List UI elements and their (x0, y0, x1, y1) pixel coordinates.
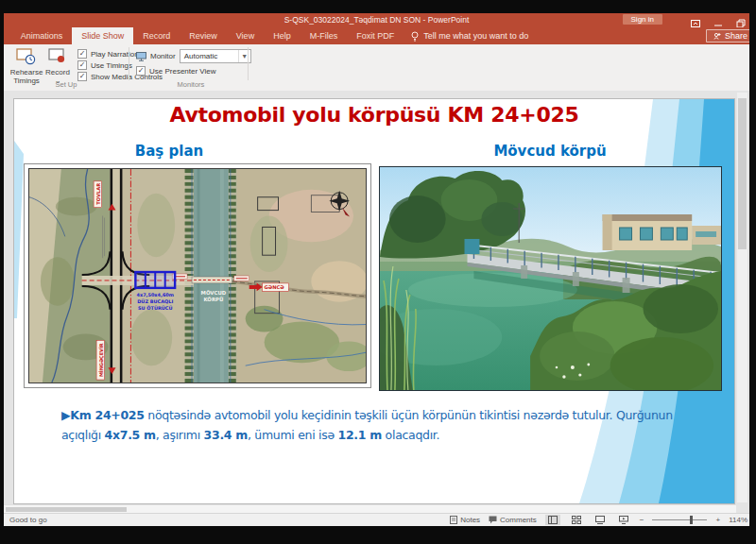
rehearse-timings-icon (8, 48, 45, 67)
slideshow-view-button[interactable] (616, 515, 631, 525)
tell-me-label: Tell me what you want to do (423, 31, 528, 41)
map-label-culvert-1: 4x7,50x4,60m (136, 292, 174, 298)
checkbox-checked-icon[interactable]: ✓ (77, 49, 87, 59)
horizontal-scrollbar-thumb[interactable] (6, 507, 127, 512)
group-separator-2 (248, 47, 249, 80)
body-text-line: açıqlığı 4x7.5 m, aşırımı 33.4 m, ümumi … (61, 425, 713, 445)
tab-slide-show[interactable]: Slide Show (72, 27, 133, 44)
notes-button[interactable]: Notes (450, 516, 480, 524)
body-text-run: , aşırımı (156, 428, 204, 442)
reading-view-icon (595, 516, 605, 524)
zoom-slider[interactable] (652, 519, 707, 520)
body-text-line: ▶Km 24+025 nöqtəsində avtomobil yolu keç… (61, 405, 713, 425)
slide-sorter-view-button[interactable] (569, 515, 584, 525)
presenter-view-label: Use Presenter View (149, 67, 216, 76)
checkbox-checked-icon[interactable]: ✓ (77, 60, 87, 70)
share-button[interactable]: Share (706, 29, 749, 42)
presenter-view-checkbox[interactable]: ✓ (136, 66, 146, 76)
vertical-scrollbar-thumb[interactable] (738, 98, 747, 249)
monitor-select-value: Automatic (184, 52, 218, 60)
sign-in-button[interactable]: Sign in (623, 14, 662, 25)
tab-transitions[interactable]: Transitions (4, 27, 11, 44)
tab-record[interactable]: Record (133, 27, 180, 44)
setup-group-label: Set Up (8, 80, 125, 89)
monitor-label: Monitor (150, 52, 176, 60)
notes-label: Notes (460, 516, 480, 524)
monitor-row: Monitor Automatic ▼ (136, 49, 251, 63)
body-text-bold-run: 12.1 m (338, 428, 382, 442)
setup-checkbox-row[interactable]: ✓Use Timings (77, 60, 132, 70)
map-label-gence: GƏNCƏ (265, 284, 285, 290)
comments-icon (489, 516, 497, 524)
powerpoint-window: S-QSK_03022024_Təqdimat DN SON - PowerPo… (4, 13, 749, 526)
checkbox-label: Play Narrations (91, 50, 143, 59)
body-text-run: açıqlığı (61, 428, 105, 442)
map-label-culvert-2: DÜZ BUCAQLI (137, 298, 173, 304)
editing-workspace: Avtomobil yolu körpüsü KM 24+025 Baş pla… (4, 91, 749, 514)
group-separator (129, 47, 129, 80)
presenter-view-row[interactable]: ✓ Use Presenter View (136, 66, 216, 76)
ribbon-tabs: TransitionsAnimationsSlide ShowRecordRev… (4, 27, 404, 44)
body-text-bold-run: 33.4 m (204, 428, 248, 442)
zoom-out-button[interactable]: − (640, 516, 644, 524)
zoom-slider-thumb[interactable] (690, 516, 693, 524)
slide-sorter-icon (572, 516, 581, 524)
comments-button[interactable]: Comments (489, 516, 537, 524)
normal-view-button[interactable] (545, 515, 560, 525)
tab-foxit-pdf[interactable]: Foxit PDF (347, 27, 404, 44)
zoom-in-button[interactable]: + (715, 516, 720, 524)
status-bar: Good to go Notes Comments − (4, 513, 749, 526)
notes-icon (450, 516, 457, 524)
setup-checkbox-row[interactable]: ✓Play Narrations (77, 49, 143, 59)
ribbon: Rehearse Timings Record ⌄ ✓Play Narratio… (4, 44, 749, 92)
body-text-run: olacaqdır. (382, 428, 439, 442)
map-label-existing-bridge-2: KÖRPÜ (203, 297, 223, 302)
tab-review[interactable]: Review (180, 27, 227, 44)
body-text-bold-run: 4x7.5 m (105, 428, 156, 442)
ribbon-display-options-icon[interactable] (691, 15, 700, 25)
tab-view[interactable]: View (227, 27, 264, 44)
proposed-culvert-marker (135, 272, 175, 288)
right-image-caption[interactable]: Mövcud körpü (474, 143, 626, 160)
title-bar: S-QSK_03022024_Təqdimat DN SON - PowerPo… (4, 13, 749, 27)
slideshow-view-icon (619, 516, 628, 524)
normal-view-icon (548, 516, 558, 524)
restore-icon[interactable] (736, 15, 746, 25)
map-label-mingecevir: MİNGƏÇEVİR (98, 343, 104, 377)
tab-help[interactable]: Help (264, 27, 301, 44)
site-plan-image[interactable]: TOVLAR MİNGƏÇEVİR GƏNCƏ MÖ (24, 163, 371, 388)
reading-view-button[interactable] (593, 515, 608, 525)
site-plan-map: TOVLAR MİNGƏÇEVİR GƏNCƏ MÖ (28, 168, 367, 383)
tell-me-box[interactable]: Tell me what you want to do (404, 27, 528, 44)
status-text: Good to go (9, 516, 47, 524)
share-label: Share (725, 31, 747, 41)
slide-canvas[interactable]: Avtomobil yolu körpüsü KM 24+025 Baş pla… (13, 98, 735, 504)
body-text-bold-run: ▶ (61, 408, 70, 422)
map-label-existing-bridge-1: MÖVCUD (201, 290, 227, 296)
monitor-select[interactable]: Automatic ▼ (180, 49, 251, 63)
map-label-tovlar: TOVLAR (95, 183, 101, 205)
lightbulb-icon (411, 31, 419, 42)
map-label-culvert-3: SU ÖTÜRÜCÜ (138, 305, 172, 311)
zoom-percentage[interactable]: 114% (729, 516, 747, 524)
minimize-icon[interactable] (713, 15, 723, 25)
ribbon-tab-row: TransitionsAnimationsSlide ShowRecordRev… (4, 27, 749, 44)
vertical-scrollbar[interactable] (737, 93, 747, 502)
body-text-bold-run: Km 24+025 (70, 408, 144, 422)
slide-body-text[interactable]: ▶Km 24+025 nöqtəsində avtomobil yolu keç… (61, 405, 713, 445)
share-icon (713, 32, 721, 40)
existing-bridge-photo[interactable] (379, 166, 722, 391)
left-image-caption[interactable]: Baş plan (94, 143, 245, 160)
record-label: Record (45, 68, 70, 76)
tab-m-files[interactable]: M-Files (301, 27, 348, 44)
slide-title[interactable]: Avtomobil yolu körpüsü KM 24+025 (14, 103, 734, 127)
body-text-run: nöqtəsində avtomobil yolu keçidinin təşk… (145, 408, 673, 422)
record-icon (45, 48, 70, 67)
bridge-photo-graphic (380, 167, 721, 390)
rehearse-label-1: Rehearse (10, 68, 43, 76)
tab-animations[interactable]: Animations (11, 27, 73, 44)
monitor-icon (136, 52, 146, 61)
body-text-run: , ümumi eni isə (248, 428, 338, 442)
checkbox-label: Use Timings (91, 61, 132, 70)
comments-label: Comments (500, 516, 537, 524)
